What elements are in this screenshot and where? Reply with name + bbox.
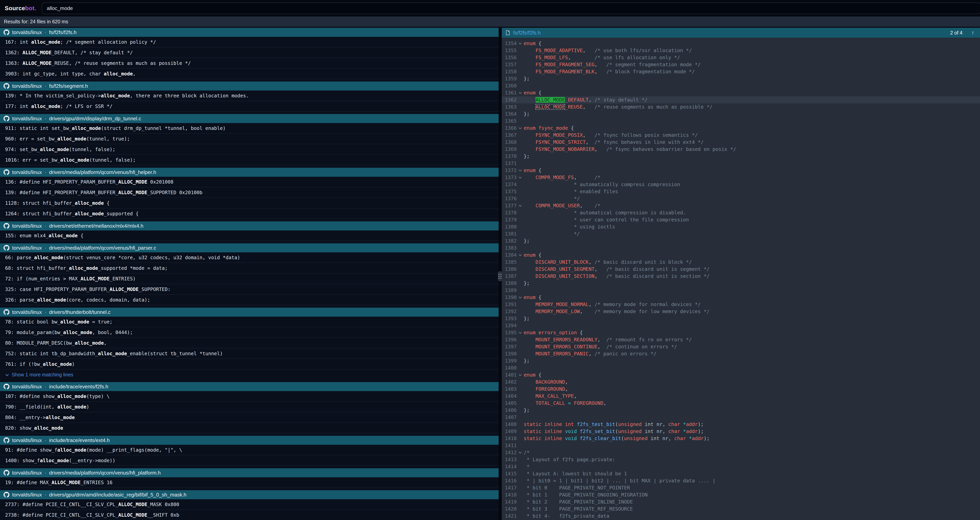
github-icon [3,83,10,89]
match-line[interactable]: 1363: ALLOC_MODE_REUSE, /* reuse segment… [0,58,499,68]
repo-name: torvalds/linux [12,470,42,476]
match-line[interactable]: 155: enum mlx4_alloc_mode { [0,231,499,241]
match-line[interactable]: 91: #define show_falloc_mode(mode) __pri… [0,445,499,455]
previous-match-button[interactable]: ↑ [972,30,974,35]
fold-chevron-icon[interactable] [517,89,524,96]
fold-chevron-icon[interactable] [517,294,524,301]
match-line[interactable]: 974: set_bw_alloc_mode(tunnel, false); [0,144,499,155]
line-number: 1376 [502,195,517,202]
grip-icon[interactable] [498,271,502,281]
file-result-header[interactable]: torvalds/linux·fs/f2fs/segment.h [0,81,499,91]
match-line[interactable]: 80: MODULE_PARM_DESC(bw_alloc_mode, [0,338,499,348]
fold-chevron-icon[interactable] [517,202,524,209]
code-text: DISCARD_UNIT_SEGMENT, /* basic discard u… [524,266,710,273]
match-line[interactable]: 1264: struct hfi_buffer_alloc_mode_suppo… [0,208,499,219]
match-line[interactable]: 2737: #define PCIE_CI_CNTL__CI_SLV_CPL_A… [0,499,499,510]
app-logo[interactable]: Sourcebot. [5,5,36,11]
match-line[interactable]: 139: #define HFI_PROPERTY_PARAM_BUFFER_A… [0,187,499,198]
match-highlight: ALLOC_MODE [118,502,147,507]
file-result-header[interactable]: torvalds/linux·drivers/gpu/drm/display/d… [0,114,499,123]
code-text: ALLOC_MODE_DEFAULT, /* stay default */ [524,96,648,103]
match-line[interactable]: 761: if (!bw_alloc_mode) [0,359,499,369]
fold-chevron-icon[interactable] [517,329,524,336]
match-highlight: alloc_mode [57,404,86,410]
match-line[interactable]: 19: #define MAX_ALLOC_MODE_ENTRIES 16 [0,477,499,488]
line-number: 1406 [502,407,517,414]
line-number: 1400 [502,364,517,372]
fold-spacer [517,336,524,343]
match-line[interactable]: 78: static bool bw_alloc_mode = true; [0,316,499,327]
match-line[interactable]: 820: show_alloc_mode [0,423,499,433]
match-line[interactable]: 1400: show_falloc_mode(__entry->mode)) [0,455,499,466]
line-number: 1381 [502,231,517,237]
code-text: DISCARD_UNIT_SECTION, /* basic discard u… [524,273,710,280]
code-text: MAX_CALL_TYPE, [524,393,577,400]
search-input[interactable] [42,2,980,14]
file-result-header[interactable]: torvalds/linux·drivers/media/platform/qc… [0,468,499,477]
file-result-header[interactable]: torvalds/linux·drivers/media/platform/qc… [0,168,499,177]
match-line[interactable]: 167: int alloc_mode; /* segment allocati… [0,37,499,48]
match-line[interactable]: 752: static int tb_dp_bandwidth_alloc_mo… [0,348,499,359]
match-line[interactable]: 911: static int set_bw_alloc_mode(struct… [0,123,499,134]
file-result-header[interactable]: torvalds/linux·include/trace/events/ext4… [0,436,499,445]
file-group: torvalds/linux·drivers/thunderbolt/tunne… [0,308,499,380]
fold-spacer [517,463,524,470]
file-result-header[interactable]: torvalds/linux·fs/f2fs/f2fs.h [0,28,499,37]
match-line[interactable]: 79: module_param(bw_alloc_mode, bool, 04… [0,327,499,338]
fold-chevron-icon[interactable] [517,372,524,378]
file-result-header[interactable]: torvalds/linux·drivers/gpu/drm/amd/inclu… [0,490,499,499]
preview-file-path[interactable]: fs/f2fs/f2fs.h [513,30,541,36]
match-line[interactable]: 790: __field(int, alloc_mode) [0,402,499,412]
match-line[interactable]: 960: err = set_bw_alloc_mode(tunnel, tru… [0,134,499,144]
match-line[interactable]: 66: parse_alloc_mode(struct venus_core *… [0,252,499,263]
match-line[interactable]: 326: parse_alloc_mode(core, codecs, doma… [0,295,499,305]
file-path: drivers/gpu/drm/display/drm_dp_tunnel.c [49,116,141,122]
code-text: COMPR_MODE_FS, /* [524,174,600,181]
line-number: 1368 [502,139,517,146]
match-line[interactable]: 1128: struct hfi_buffer_alloc_mode { [0,198,499,208]
fold-chevron-icon[interactable] [517,251,524,259]
match-highlight: alloc_mode [37,297,66,303]
show-more-link[interactable]: Show 1 more matching lines [0,369,499,380]
match-line[interactable]: 3903: int gc_type, int type, char alloc_… [0,68,499,79]
line-number: 1409 [502,428,517,435]
match-line[interactable]: 804: __entry->alloc_mode [0,412,499,423]
file-result-header[interactable]: torvalds/linux·drivers/net/ethernet/mell… [0,221,499,231]
match-line[interactable]: 136: #define HFI_PROPERTY_PARAM_BUFFER_A… [0,177,499,187]
match-line[interactable]: 72: if (num_entries > MAX_ALLOC_MODE_ENT… [0,274,499,284]
file-path: drivers/media/platform/qcom/venus/hfi_pa… [49,245,156,251]
match-line[interactable]: 107: #define show_alloc_mode(type) \ [0,391,499,402]
match-highlight: alloc_mode [60,319,89,324]
file-result-header[interactable]: torvalds/linux·drivers/media/platform/qc… [0,243,499,252]
match-line[interactable]: 325: case HFI_PROPERTY_PARAM_BUFFER_ALLO… [0,284,499,295]
fold-chevron-icon[interactable] [517,449,524,456]
match-line[interactable]: 68: struct hfi_buffer_alloc_mode_support… [0,263,499,274]
line-number: 1398 [502,350,517,357]
code-text: }; [524,75,530,82]
fold-chevron-icon[interactable] [517,125,524,132]
code-text: */ [524,231,580,237]
match-line[interactable]: 2738: #define PCIE_CI_CNTL__CI_SLV_CPL_A… [0,510,499,520]
match-line[interactable]: 1016: err = set_bw_alloc_mode(tunnel, fa… [0,155,499,165]
code-text: static inline void f2fs_set_bit(unsigned… [524,428,704,435]
code-text: FSYNC_MODE_STRICT, /* fsync behaves in l… [524,139,704,146]
github-icon [3,437,10,443]
match-line[interactable]: 1362: ALLOC_MODE_DEFAULT, /* stay defaul… [0,48,499,58]
line-number: 1415 [502,470,517,477]
fold-chevron-icon[interactable] [517,40,524,47]
fold-spacer [517,160,524,167]
match-line[interactable]: 139: * In the victim_sel_policy->alloc_m… [0,91,499,101]
code-line: 1368 FSYNC_MODE_STRICT, /* fsync behaves… [502,139,980,146]
fold-chevron-icon[interactable] [517,167,524,174]
file-result-header[interactable]: torvalds/linux·drivers/thunderbolt/tunne… [0,308,499,316]
main-split: torvalds/linux·fs/f2fs/f2fs.h167: int al… [0,27,980,520]
fold-spacer [517,47,524,54]
file-result-header[interactable]: torvalds/linux·include/trace/events/f2fs… [0,382,499,391]
match-line[interactable]: 177: int alloc_mode; /* LFS or SSR */ [0,101,499,112]
fold-chevron-icon[interactable] [517,174,524,181]
panel-resize-divider[interactable] [499,28,502,520]
fold-spacer [517,315,524,322]
code-line: 1363 ALLOC_MODE_REUSE, /* reuse segments… [502,103,980,111]
results-summary: Results for: 24 files in 620 ms [4,19,68,24]
code-text: DISCARD_UNIT_BLOCK, /* basic discard uni… [524,259,692,266]
